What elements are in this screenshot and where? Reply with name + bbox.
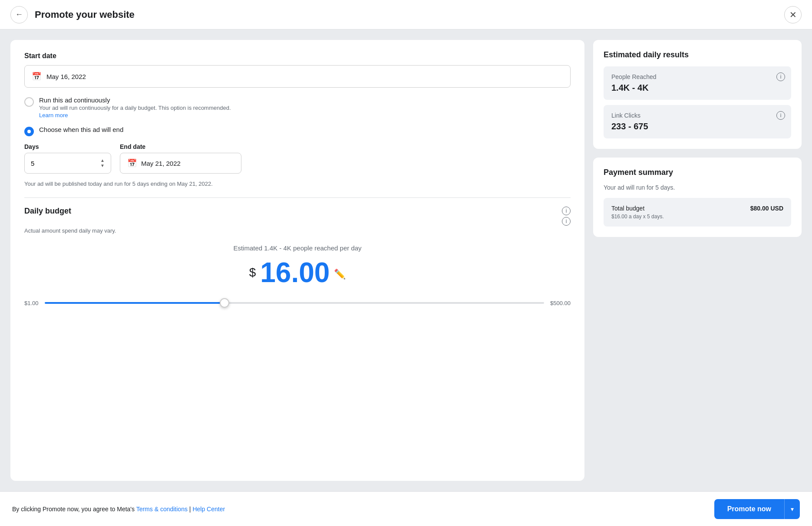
slider-track [45, 302, 544, 304]
radio-continuous-title: Run this ad continuously [39, 96, 231, 104]
end-calendar-icon: 📅 [127, 158, 137, 168]
end-date-input[interactable]: 📅 May 21, 2022 [120, 153, 241, 174]
end-date-field-group: End date 📅 May 21, 2022 [120, 143, 241, 174]
slider-max-label: $500.00 [550, 300, 571, 306]
estimated-reach: Estimated 1.4K - 4K people reached per d… [24, 244, 571, 252]
radio-end-text: Choose when this ad will end [39, 126, 123, 133]
payment-row: Total budget $80.00 USD $16.00 a day x 5… [604, 198, 791, 227]
slider-thumb[interactable] [220, 298, 229, 308]
start-date-input[interactable]: 📅 May 16, 2022 [24, 65, 571, 88]
info-icons: i i [562, 207, 571, 226]
budget-amount-row: $ 16.00 ✏️ [24, 259, 571, 286]
daily-budget-title: Daily budget [24, 207, 71, 216]
slider-row: $1.00 $500.00 [24, 299, 571, 307]
start-date-label: Start date [24, 52, 571, 60]
footer-text-prefix: By clicking Promote now, you agree to Me… [12, 506, 135, 513]
results-card: Estimated daily results People Reached 1… [593, 40, 802, 149]
days-label: Days [24, 143, 111, 150]
slider-container[interactable] [45, 299, 544, 307]
calendar-icon: 📅 [32, 72, 41, 81]
terms-link[interactable]: Terms & conditions [136, 506, 188, 513]
radio-end[interactable]: Choose when this ad will end [24, 126, 571, 136]
link-clicks-info[interactable]: i [776, 111, 785, 120]
days-stepper[interactable]: ▲ ▼ [100, 158, 105, 168]
people-reached-label: People Reached [611, 73, 783, 80]
edit-icon[interactable]: ✏️ [334, 269, 346, 280]
budget-value: 16.00 [260, 259, 330, 286]
page-title: Promote your website [35, 9, 135, 20]
info-icon-2[interactable]: i [562, 217, 571, 226]
people-reached-info[interactable]: i [776, 72, 785, 81]
help-center-link[interactable]: Help Center [192, 506, 225, 513]
payment-row-top: Total budget $80.00 USD [611, 205, 783, 212]
link-clicks-value: 233 - 675 [611, 122, 783, 132]
link-clicks-box: Link Clicks 233 - 675 i [604, 105, 791, 138]
people-reached-box: People Reached 1.4K - 4K i [604, 66, 791, 100]
radio-end-circle[interactable] [24, 127, 34, 136]
info-icon-1[interactable]: i [562, 207, 571, 215]
right-panel: Estimated daily results People Reached 1… [593, 40, 802, 481]
radio-continuous-circle[interactable] [24, 97, 34, 107]
close-button[interactable]: ✕ [784, 6, 802, 23]
total-budget-label: Total budget [611, 205, 644, 212]
header-left: ← Promote your website [10, 6, 135, 23]
radio-continuous[interactable]: Run this ad continuously Your ad will ru… [24, 96, 571, 119]
stepper-up[interactable]: ▲ [100, 158, 105, 163]
people-reached-value: 1.4K - 4K [611, 83, 783, 93]
back-button[interactable]: ← [10, 6, 28, 23]
budget-subtitle: Actual amount spend daily may vary. [24, 227, 571, 234]
link-clicks-label: Link Clicks [611, 112, 783, 119]
radio-end-title: Choose when this ad will end [39, 126, 123, 133]
days-value: 5 [31, 160, 34, 167]
promote-dropdown-button[interactable]: ▾ [784, 499, 800, 519]
slider-min-label: $1.00 [24, 300, 39, 306]
dollar-sign: $ [249, 266, 256, 279]
total-budget-amount: $80.00 USD [750, 205, 783, 212]
left-panel: Start date 📅 May 16, 2022 Run this ad co… [10, 40, 584, 481]
days-input[interactable]: 5 ▲ ▼ [24, 153, 111, 174]
radio-continuous-text: Run this ad continuously Your ad will ru… [39, 96, 231, 119]
page-header: ← Promote your website ✕ [0, 0, 812, 30]
start-date-value: May 16, 2022 [46, 73, 86, 80]
divider [24, 197, 571, 198]
days-field-group: Days 5 ▲ ▼ [24, 143, 111, 174]
total-budget-sub: $16.00 a day x 5 days. [611, 214, 783, 220]
payment-card: Payment summary Your ad will run for 5 d… [593, 158, 802, 237]
daily-budget-header: Daily budget i i [24, 207, 571, 226]
promote-now-button[interactable]: Promote now [714, 499, 784, 519]
footer-text: By clicking Promote now, you agree to Me… [12, 506, 225, 513]
radio-continuous-desc: Your ad will run continuously for a dail… [39, 105, 231, 111]
stepper-down[interactable]: ▼ [100, 164, 105, 168]
footer-right: Promote now ▾ [714, 499, 800, 519]
end-date-value: May 21, 2022 [141, 160, 181, 167]
ad-info-text: Your ad will be published today and run … [24, 181, 571, 187]
results-title: Estimated daily results [604, 50, 791, 59]
footer: By clicking Promote now, you agree to Me… [0, 491, 812, 526]
days-enddate-row: Days 5 ▲ ▼ End date 📅 May 21, 2022 [24, 143, 571, 174]
learn-more-link[interactable]: Learn more [39, 112, 68, 118]
payment-title: Payment summary [604, 168, 791, 177]
end-date-label: End date [120, 143, 241, 150]
payment-subtitle: Your ad will run for 5 days. [604, 184, 791, 191]
main-content: Start date 📅 May 16, 2022 Run this ad co… [0, 30, 812, 481]
